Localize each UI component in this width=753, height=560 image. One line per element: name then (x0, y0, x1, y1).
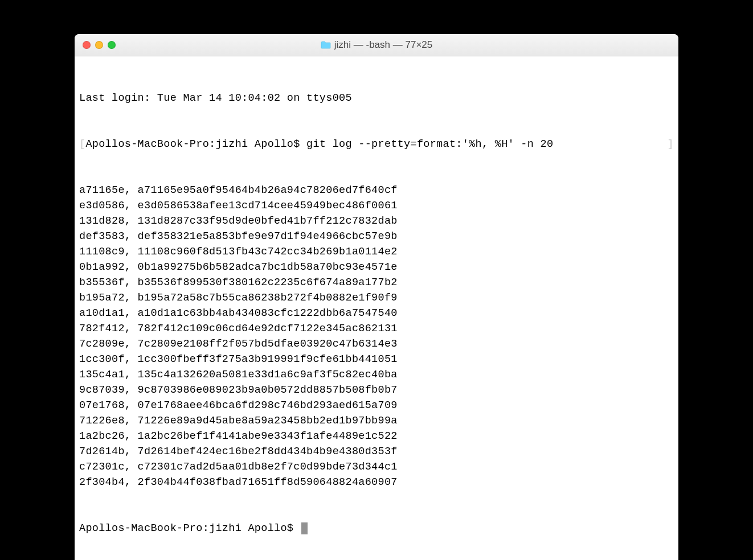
left-bracket: [ (79, 138, 85, 150)
commit-line: 1cc300f, 1cc300fbeff3f275a3b919991f9cfe6… (79, 352, 674, 367)
titlebar[interactable]: jizhi — -bash — 77×25 (75, 34, 678, 56)
commit-line: b195a72, b195a72a58c7b55ca86238b272f4b08… (79, 290, 674, 306)
commit-line: a71165e, a71165e95a0f95464b4b26a94c78206… (79, 183, 674, 198)
cursor (301, 522, 308, 534)
last-login-line: Last login: Tue Mar 14 10:04:02 on ttys0… (79, 90, 674, 106)
terminal-window: jizhi — -bash — 77×25 Last login: Tue Ma… (75, 34, 678, 560)
commit-line: a10d1a1, a10d1a1c63bb4ab434083cfc1222dbb… (79, 306, 674, 321)
command-line: [Apollos-MacBook-Pro:jizhi Apollo$ git l… (79, 137, 674, 152)
window-title-text: jizhi — -bash — 77×25 (334, 39, 432, 51)
commit-line: 71226e8, 71226e89a9d45abe8a59a23458bb2ed… (79, 413, 674, 429)
commit-line: 0b1a992, 0b1a99275b6b582adca7bc1db58a70b… (79, 260, 674, 275)
terminal-area[interactable]: Last login: Tue Mar 14 10:04:02 on ttys0… (75, 56, 678, 560)
zoom-button[interactable] (108, 41, 116, 49)
commit-line: 9c87039, 9c8703986e089023b9a0b0572dd8857… (79, 382, 674, 398)
commit-line: 131d828, 131d8287c33f95d9de0bfed41b7ff21… (79, 213, 674, 229)
commit-output: a71165e, a71165e95a0f95464b4b26a94c78206… (79, 183, 674, 490)
right-bracket: ] (668, 137, 674, 152)
window-title: jizhi — -bash — 77×25 (75, 39, 678, 51)
traffic-lights (75, 41, 116, 49)
command-text: git log --pretty=format:'%h, %H' -n 20 (306, 138, 553, 150)
commit-line: e3d0586, e3d0586538afee13cd714cee45949be… (79, 198, 674, 213)
prompt-text: Apollos-MacBook-Pro:jizhi Apollo$ (85, 138, 306, 150)
commit-line: def3583, def358321e5a853bfe9e97d1f94e496… (79, 229, 674, 244)
commit-line: 07e1768, 07e1768aee46bca6fd298c746bd293a… (79, 398, 674, 413)
commit-line: 1a2bc26, 1a2bc26bef1f4141abe9e3343f1afe4… (79, 429, 674, 444)
commit-line: 7d2614b, 7d2614bef424ec16be2f8dd434b4b9e… (79, 444, 674, 459)
commit-line: c72301c, c72301c7ad2d5aa01db8e2f7c0d99bd… (79, 459, 674, 475)
commit-line: b35536f, b35536f899530f380162c2235c6f674… (79, 275, 674, 290)
next-prompt-line: Apollos-MacBook-Pro:jizhi Apollo$ (79, 521, 674, 536)
folder-icon (321, 41, 331, 49)
commit-line: 782f412, 782f412c109c06cd64e92dcf7122e34… (79, 321, 674, 336)
commit-line: 7c2809e, 7c2809e2108ff2f057bd5dfae03920c… (79, 336, 674, 352)
commit-line: 135c4a1, 135c4a132620a5081e33d1a6c9af3f5… (79, 367, 674, 382)
commit-line: 2f304b4, 2f304b44f038fbad71651ff8d590648… (79, 475, 674, 490)
minimize-button[interactable] (95, 41, 103, 49)
prompt-text-2: Apollos-MacBook-Pro:jizhi Apollo$ (79, 522, 300, 534)
close-button[interactable] (83, 41, 91, 49)
commit-line: 11108c9, 11108c960f8d513fb43c742cc34b269… (79, 244, 674, 260)
